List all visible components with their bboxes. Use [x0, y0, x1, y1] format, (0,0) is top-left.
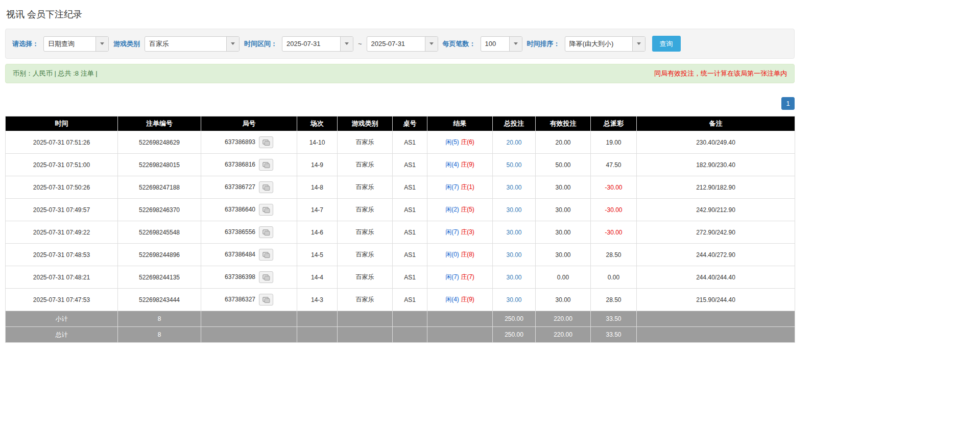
date-from-input[interactable] [282, 37, 340, 51]
game-type-combo [145, 36, 240, 52]
cell-result: 闲(7) 庄(1) [427, 176, 493, 199]
total-bet-link[interactable]: 30.00 [506, 251, 521, 259]
result-banker: 庄(8) [461, 251, 474, 258]
game-type-input[interactable] [145, 37, 226, 51]
cell-session: 14-5 [297, 244, 338, 266]
date-from-combo [282, 36, 353, 52]
subtotal-total-bet: 250.00 [493, 311, 536, 327]
total-bet-link[interactable]: 50.00 [506, 161, 521, 169]
table-row: 2025-07-31 07:48:21 522698244135 6373863… [6, 266, 795, 289]
subtotal-count: 8 [118, 311, 201, 327]
total-bet-link[interactable]: 30.00 [506, 229, 521, 236]
cell-time: 2025-07-31 07:49:22 [6, 221, 118, 244]
cell-result: 闲(5) 庄(6) [427, 131, 493, 154]
table-header: 时间 注单编号 局号 场次 游戏类别 桌号 结果 总投注 有效投注 总派彩 备注 [6, 116, 795, 131]
page-title: 视讯 会员下注纪录 [6, 8, 795, 20]
cell-note: 272.90/242.90 [637, 221, 795, 244]
search-button[interactable]: 查询 [652, 36, 681, 52]
round-result-button[interactable] [259, 159, 273, 171]
payout-value: 19.00 [606, 139, 621, 146]
game-type-dropdown-button[interactable] [226, 37, 239, 51]
total-bet-link[interactable]: 30.00 [506, 206, 521, 214]
cell-bet-id: 522698248629 [118, 131, 201, 154]
header-total-bet: 总投注 [493, 116, 536, 131]
table-row: 2025-07-31 07:49:57 522698246370 6373866… [6, 199, 795, 221]
cell-note: 230.40/249.40 [637, 131, 795, 154]
round-result-button[interactable] [259, 294, 273, 306]
result-player: 闲(7) [445, 183, 459, 191]
result-player: 闲(7) [445, 228, 459, 236]
total-bet-link[interactable]: 20.00 [506, 139, 521, 146]
page-size-input[interactable] [481, 37, 509, 51]
cell-total-bet: 50.00 [493, 154, 536, 176]
result-banker: 庄(3) [461, 228, 474, 236]
result-player: 闲(7) [445, 273, 459, 280]
cell-table-no: AS1 [393, 176, 427, 199]
caret-down-icon [637, 42, 641, 45]
result-player: 闲(2) [445, 206, 459, 213]
round-result-button[interactable] [259, 226, 273, 238]
date-to-input[interactable] [367, 37, 425, 51]
cell-round: 637386640 [201, 199, 297, 221]
cell-note: 212.90/182.90 [637, 176, 795, 199]
round-result-button[interactable] [259, 204, 273, 216]
table-row: 2025-07-31 07:49:22 522698245548 6373865… [6, 221, 795, 244]
total-bet-link[interactable]: 30.00 [506, 184, 521, 191]
result-player: 闲(4) [445, 161, 459, 168]
round-result-button[interactable] [259, 249, 273, 261]
select-type-combo [43, 36, 109, 52]
payout-value: 47.50 [606, 161, 621, 169]
result-banker: 庄(9) [461, 296, 474, 303]
page-1-button[interactable]: 1 [781, 97, 795, 110]
cards-icon [262, 252, 270, 258]
cell-payout: 19.00 [591, 131, 637, 154]
cell-valid-bet: 30.00 [536, 221, 591, 244]
page-size-label: 每页笔数： [443, 39, 476, 49]
sort-input[interactable] [565, 37, 632, 51]
cell-payout: 47.50 [591, 154, 637, 176]
round-result-button[interactable] [259, 271, 273, 283]
select-type-dropdown-button[interactable] [95, 37, 108, 51]
sort-combo [565, 36, 646, 52]
cell-game-type: 百家乐 [338, 176, 393, 199]
cell-result: 闲(4) 庄(9) [427, 154, 493, 176]
round-result-button[interactable] [259, 136, 273, 148]
page-size-dropdown-button[interactable] [509, 37, 522, 51]
cell-game-type: 百家乐 [338, 244, 393, 266]
table-body: 2025-07-31 07:51:26 522698248629 6373868… [6, 131, 795, 311]
table-row: 2025-07-31 07:47:53 522698243444 6373863… [6, 289, 795, 311]
caret-down-icon [429, 42, 434, 45]
cell-game-type: 百家乐 [338, 154, 393, 176]
table-row: 2025-07-31 07:50:26 522698247188 6373867… [6, 176, 795, 199]
cell-time: 2025-07-31 07:50:26 [6, 176, 118, 199]
subtotal-label: 小计 [6, 311, 118, 327]
cell-bet-id: 522698245548 [118, 221, 201, 244]
cell-session: 14-8 [297, 176, 338, 199]
total-bet-link[interactable]: 30.00 [506, 296, 521, 303]
round-number: 637386893 [225, 138, 255, 146]
cell-bet-id: 522698248015 [118, 154, 201, 176]
cell-payout: -30.00 [591, 199, 637, 221]
cards-icon [262, 162, 270, 168]
cell-note: 244.40/244.40 [637, 266, 795, 289]
date-from-dropdown-button[interactable] [340, 37, 353, 51]
cell-bet-id: 522698246370 [118, 199, 201, 221]
cell-round: 637386556 [201, 221, 297, 244]
cell-game-type: 百家乐 [338, 221, 393, 244]
cell-time: 2025-07-31 07:48:53 [6, 244, 118, 266]
cell-valid-bet: 30.00 [536, 176, 591, 199]
round-number: 637386816 [225, 161, 255, 168]
cards-icon [262, 184, 270, 191]
round-result-button[interactable] [259, 181, 273, 193]
sort-dropdown-button[interactable] [632, 37, 645, 51]
result-player: 闲(5) [445, 138, 459, 146]
cell-table-no: AS1 [393, 199, 427, 221]
cell-bet-id: 522698243444 [118, 289, 201, 311]
cell-total-bet: 30.00 [493, 289, 536, 311]
total-bet-link[interactable]: 30.00 [506, 274, 521, 281]
select-type-input[interactable] [44, 37, 95, 51]
date-to-dropdown-button[interactable] [425, 37, 438, 51]
header-valid-bet: 有效投注 [536, 116, 591, 131]
cell-note: 182.90/230.40 [637, 154, 795, 176]
caret-down-icon [345, 42, 349, 45]
